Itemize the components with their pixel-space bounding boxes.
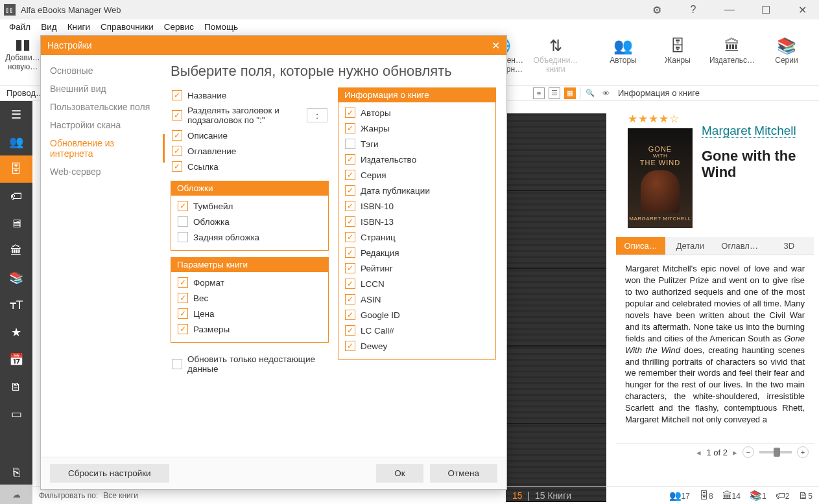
side-basic[interactable]: Основные <box>41 62 164 80</box>
chk-isbn13[interactable]: ✓ <box>345 216 355 227</box>
chk-desc[interactable]: ✓ <box>172 130 182 141</box>
ok-button[interactable]: Ок <box>376 464 423 483</box>
view-details-icon[interactable]: ☰ <box>549 87 560 99</box>
pager-text: 1 of 2 <box>706 448 728 457</box>
left-rail: ☰ 👥 🗄 🏷 🖥 🏛 📚 ᴛT ★ 📅 🗎 ▭ ⎘ ☁ <box>0 101 32 486</box>
zoom-icon[interactable]: 🔍 <box>584 87 596 99</box>
chk-gid[interactable]: ✓ <box>345 310 355 320</box>
split-char-input[interactable] <box>307 108 327 122</box>
chk-link[interactable]: ✓ <box>172 161 182 172</box>
chk-pages[interactable]: ✓ <box>345 232 355 242</box>
chk-name[interactable]: ✓ <box>172 90 182 100</box>
side-webserver[interactable]: Web-сервер <box>41 163 164 181</box>
chk-asin[interactable]: ✓ <box>345 294 355 304</box>
tab-details[interactable]: Детали <box>665 237 715 255</box>
chk-price[interactable]: ✓ <box>178 308 188 319</box>
books-icon: 📚 <box>777 36 796 56</box>
maximize-icon[interactable]: ☐ <box>753 4 779 16</box>
chk-only-missing[interactable]: ✓ <box>172 359 182 369</box>
chk-publisher[interactable]: ✓ <box>345 154 355 165</box>
tool-publishers[interactable]: 🏛 Издательс… <box>706 36 758 74</box>
rail-star-icon[interactable]: ★ <box>0 319 32 346</box>
zoom-slider[interactable] <box>759 451 792 453</box>
dialog-close-icon[interactable]: ✕ <box>492 40 500 52</box>
chk-authors[interactable]: ✓ <box>345 108 355 118</box>
chk-thumb[interactable]: ✓ <box>178 201 188 211</box>
book-cover[interactable]: GONE WITH THE WIND MARGARET MITCHELL <box>628 128 693 228</box>
chk-split[interactable]: ✓ <box>172 110 182 120</box>
rail-exit-icon[interactable]: ⎘ <box>0 459 32 486</box>
menubar: Файл Вид Книги Справочники Сервис Помощь <box>0 19 819 34</box>
dialog-title: Настройки <box>47 40 92 51</box>
tool-authors[interactable]: 👥 Авторы <box>597 36 649 74</box>
close-icon[interactable]: ✕ <box>789 4 815 16</box>
minimize-icon[interactable]: — <box>717 4 742 16</box>
chk-tags[interactable]: ✓ <box>345 139 355 149</box>
menu-books[interactable]: Книги <box>67 22 90 32</box>
chk-isbn10[interactable]: ✓ <box>345 201 355 211</box>
chk-edition[interactable]: ✓ <box>345 247 355 258</box>
reset-button[interactable]: Сбросить настройки <box>50 464 169 483</box>
rail-people-icon[interactable]: 👥 <box>0 128 32 155</box>
chk-format[interactable]: ✓ <box>178 277 188 288</box>
pager-next-icon[interactable]: ▸ <box>733 448 737 457</box>
tool-genres[interactable]: 🗄 Жанры <box>652 36 704 74</box>
book-grid[interactable] <box>506 113 606 478</box>
menu-service[interactable]: Сервис <box>164 22 194 32</box>
zoom-in-icon[interactable]: + <box>797 446 809 458</box>
pager-prev-icon[interactable]: ◂ <box>696 448 701 457</box>
settings-dialog: Настройки ✕ Основные Внешний вид Пользов… <box>40 35 507 490</box>
help-icon[interactable]: ? <box>680 4 706 16</box>
rail-books-icon[interactable]: 📚 <box>0 264 32 292</box>
status-count-n: 15 <box>512 490 523 501</box>
side-scan[interactable]: Настройки скана <box>41 116 164 134</box>
rail-tag-icon[interactable]: 🏷 <box>0 183 32 210</box>
tab-toc[interactable]: Оглавл… <box>715 237 765 255</box>
rail-calendar-icon[interactable]: 📅 <box>0 346 32 373</box>
rail-cloud-icon[interactable]: ☁ <box>0 485 32 504</box>
rail-text-icon[interactable]: ᴛT <box>0 292 32 319</box>
chk-lccall[interactable]: ✓ <box>345 325 355 336</box>
zoom-out-icon[interactable]: − <box>742 446 754 458</box>
tab-description[interactable]: Описа… <box>616 237 665 255</box>
chk-series[interactable]: ✓ <box>345 170 355 180</box>
gear-icon[interactable]: ⚙ <box>644 4 670 16</box>
menu-view[interactable]: Вид <box>41 22 56 32</box>
titlebar: ⫿⫿ Alfa eBooks Manager Web ⚙ ? — ☐ ✕ <box>0 0 819 19</box>
chk-dims[interactable]: ✓ <box>178 324 188 334</box>
rail-menu-icon[interactable]: ☰ <box>0 101 32 128</box>
chk-lccn[interactable]: ✓ <box>345 279 355 289</box>
book-author[interactable]: Margaret Mitchell <box>702 124 796 138</box>
eye-icon[interactable]: 👁 <box>600 87 611 99</box>
menu-refs[interactable]: Справочники <box>101 22 154 32</box>
cancel-button[interactable]: Отмена <box>430 464 497 483</box>
tool-add-book[interactable]: ▮▮ Добави… новую… <box>6 36 39 71</box>
rail-institution-icon[interactable]: 🏛 <box>0 237 32 264</box>
chk-pubdate[interactable]: ✓ <box>345 185 355 196</box>
side-webupdate[interactable]: Обновление из интернета <box>41 134 164 163</box>
view-grid-icon[interactable]: ▦ <box>564 87 576 99</box>
rail-library-icon[interactable]: 🗄 <box>0 155 32 183</box>
book-info-panel: ★★★★☆ GONE WITH THE WIND MARGARET MITCHE… <box>616 107 814 478</box>
chk-weight[interactable]: ✓ <box>178 293 188 303</box>
filter-value[interactable]: Все книги <box>103 491 138 500</box>
rail-file-icon[interactable]: 🗎 <box>0 373 32 400</box>
menu-help[interactable]: Помощь <box>204 22 238 32</box>
bookinfo-header: Информация о книге <box>338 87 496 102</box>
chk-back[interactable]: ✓ <box>178 232 188 242</box>
rail-monitor-icon[interactable]: 🖥 <box>0 210 32 237</box>
chk-toc[interactable]: ✓ <box>172 146 182 156</box>
tab-3d[interactable]: 3D <box>765 237 814 255</box>
side-appearance[interactable]: Внешний вид <box>41 80 164 98</box>
chk-cover[interactable]: ✓ <box>178 216 188 227</box>
side-userfields[interactable]: Пользовательские поля <box>41 98 164 116</box>
rail-reader-icon[interactable]: ▭ <box>0 400 32 428</box>
view-list-icon[interactable]: ≡ <box>533 87 545 99</box>
chk-rating[interactable]: ✓ <box>345 263 355 273</box>
menu-file[interactable]: Файл <box>9 22 30 32</box>
dialog-heading: Выберите поля, которые нужно обновлять <box>171 63 496 80</box>
book-description: Margaret Mitchell's epic novel of love a… <box>616 255 814 443</box>
chk-genres[interactable]: ✓ <box>345 123 355 133</box>
chk-dewey[interactable]: ✓ <box>345 341 355 351</box>
tool-series[interactable]: 📚 Серии <box>761 36 813 74</box>
